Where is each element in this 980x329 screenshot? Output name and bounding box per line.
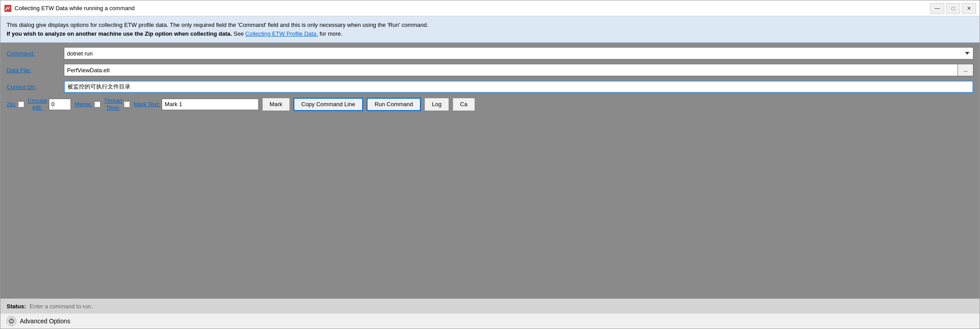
merge-group: Merge: xyxy=(74,101,100,107)
circular-group: CircularMB: xyxy=(28,97,71,111)
window-title: Collecting ETW Data while running a comm… xyxy=(15,5,930,11)
info-text-line1: This dialog give displays options for co… xyxy=(7,21,973,30)
svg-point-2 xyxy=(9,318,14,324)
info-bold-text: If you wish to analyze on another machin… xyxy=(7,30,232,37)
currentdir-input[interactable] xyxy=(64,81,973,93)
log-button[interactable]: Log xyxy=(424,98,449,111)
zip-group: Zip: xyxy=(7,101,24,107)
mark-text-group: Mark Text: xyxy=(134,99,259,110)
advanced-options-label: Advanced Options xyxy=(20,318,70,325)
thread-time-group: ThreadTime: xyxy=(104,97,130,111)
zip-checkbox[interactable] xyxy=(18,101,24,107)
status-label: Status: xyxy=(7,303,26,310)
minimize-button[interactable]: — xyxy=(930,3,944,14)
zip-label[interactable]: Zip: xyxy=(7,101,16,107)
info-bar: This dialog give displays options for co… xyxy=(0,16,980,43)
currentdir-row: Current Dir: xyxy=(7,81,973,93)
datafile-input-group: ... xyxy=(64,64,973,76)
run-command-button[interactable]: Run Command xyxy=(367,98,421,111)
advanced-options-toggle[interactable] xyxy=(7,316,16,326)
browse-button[interactable]: ... xyxy=(958,64,973,76)
thread-time-label[interactable]: ThreadTime: xyxy=(104,97,122,111)
title-bar: Collecting ETW Data while running a comm… xyxy=(0,0,980,16)
command-label[interactable]: Command: xyxy=(7,50,59,57)
main-content: Command: dotnet run Data File: ... Curre… xyxy=(0,43,980,299)
info-end: for more. xyxy=(319,30,342,37)
info-link[interactable]: Collecting ETW Profile Data. xyxy=(245,30,318,37)
close-button[interactable]: ✕ xyxy=(962,3,976,14)
datafile-input[interactable] xyxy=(64,64,958,76)
info-suffix: See xyxy=(234,30,245,37)
datafile-label[interactable]: Data File: xyxy=(7,67,59,74)
merge-label[interactable]: Merge: xyxy=(74,101,92,107)
mark-text-input[interactable] xyxy=(162,99,259,110)
options-row: Zip: CircularMB: Merge: ThreadTime: Mark… xyxy=(7,97,973,111)
currentdir-label[interactable]: Current Dir: xyxy=(7,84,59,90)
circular-label[interactable]: CircularMB: xyxy=(28,97,48,111)
app-icon xyxy=(4,4,12,12)
mark-text-label[interactable]: Mark Text: xyxy=(134,101,160,107)
datafile-row: Data File: ... xyxy=(7,64,973,76)
main-window: Collecting ETW Data while running a comm… xyxy=(0,0,980,329)
command-row: Command: dotnet run xyxy=(7,47,973,59)
command-select[interactable]: dotnet run xyxy=(64,47,973,59)
copy-command-line-button[interactable]: Copy Command Line xyxy=(293,98,363,111)
thread-time-checkbox[interactable] xyxy=(124,101,130,107)
circular-input[interactable] xyxy=(49,99,71,110)
maximize-button[interactable]: □ xyxy=(946,3,960,14)
merge-checkbox[interactable] xyxy=(94,101,100,107)
status-bar: Status: Enter a command to run. xyxy=(0,299,980,314)
advanced-options-row: Advanced Options xyxy=(0,314,980,329)
cancel-button[interactable]: Ca xyxy=(453,98,475,111)
info-text-line2: If you wish to analyze on another machin… xyxy=(7,30,973,38)
window-controls: — □ ✕ xyxy=(930,3,976,14)
mark-button[interactable]: Mark xyxy=(262,98,290,111)
status-text: Enter a command to run. xyxy=(30,303,93,310)
